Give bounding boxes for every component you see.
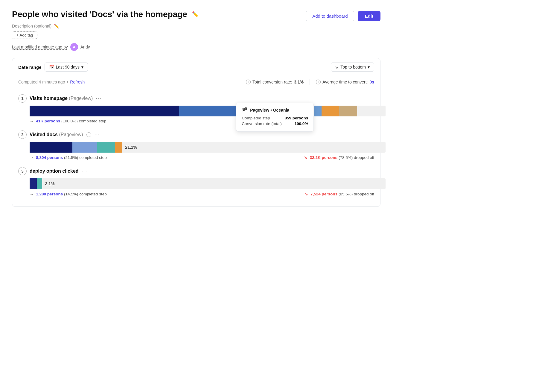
step-2-bar: 21.1%	[30, 142, 386, 153]
step-2-header: 2 Visited docs (Pageview) i ···	[18, 130, 374, 139]
step-3-bar: 3.1%	[30, 178, 386, 189]
tooltip-flag-icon: 🏴	[242, 107, 248, 113]
toolbar: Date range 📅 Last 90 days ▾ ▽ Top to bot…	[12, 58, 380, 76]
bar-3-teal	[37, 178, 42, 189]
arrow-right-icon: →	[30, 119, 34, 123]
calendar-icon: 📅	[49, 65, 54, 69]
tooltip-completed-label: Completed step	[242, 116, 270, 120]
step-2-number: 2	[18, 130, 27, 139]
step-1-menu[interactable]: ···	[96, 96, 101, 101]
description-edit-icon[interactable]: ✏️	[54, 24, 59, 28]
meta-user-name: Andy	[80, 45, 90, 49]
bar-segment-gold	[322, 106, 339, 116]
tooltip-conversion-value: 100.0%	[294, 121, 308, 126]
avg-time-value: 0s	[369, 80, 374, 84]
avg-time-metric: i Average time to convert: 0s	[316, 80, 374, 84]
bar-2-dark	[30, 142, 72, 153]
computed-dot: •	[67, 80, 68, 84]
step-3-persons-link[interactable]: 1,280 persons	[36, 192, 63, 196]
step-2: 2 Visited docs (Pageview) i ··· 21.1% → …	[18, 130, 374, 160]
main-card: Date range 📅 Last 90 days ▾ ▽ Top to bot…	[12, 58, 380, 207]
bar-3-dark	[30, 178, 37, 189]
toolbar-left: Date range 📅 Last 90 days ▾	[18, 63, 88, 72]
arrow-down-icon: ↘	[305, 192, 308, 196]
steps-container: 1 Visits homepage (Pageview) ··· 🏴 Pagev	[12, 88, 380, 206]
step-3: 3 deploy option clicked ··· 3.1% → 1,280…	[18, 167, 374, 196]
description-placeholder: Description (optional)	[12, 24, 51, 28]
vertical-divider	[310, 79, 310, 85]
refresh-link[interactable]: Refresh	[70, 80, 85, 84]
edit-button[interactable]: Edit	[358, 11, 380, 21]
step-3-completed: → 1,280 persons (14.5%) completed step	[30, 192, 107, 196]
step-1-number: 1	[18, 94, 27, 103]
step-1-header: 1 Visits homepage (Pageview) ···	[18, 94, 374, 103]
description-row: Description (optional) ✏️	[12, 24, 380, 28]
step-2-title: Visited docs (Pageview)	[30, 132, 83, 137]
step-3-stats: → 1,280 persons (14.5%) completed step ↘…	[30, 192, 374, 196]
bar-2-gold	[115, 142, 122, 153]
step-1-completed: → 41K persons (100.0%) completed step	[30, 119, 106, 123]
arrow-right-icon: →	[30, 155, 34, 160]
tooltip-card: 🏴 Pageview • Oceania Completed step 859 …	[236, 103, 314, 132]
add-to-dashboard-button[interactable]: Add to dashboard	[306, 11, 354, 21]
date-range-select[interactable]: 📅 Last 90 days ▾	[45, 63, 88, 72]
step-2-dropped-persons: 32.2K persons	[310, 155, 337, 160]
step-3-number: 3	[18, 167, 27, 175]
chevron-down-icon: ▾	[368, 65, 370, 69]
bar-segment-dark	[30, 106, 179, 116]
add-tag-button[interactable]: + Add tag	[12, 31, 37, 39]
meta-modified: Last modified a minute ago by	[12, 45, 68, 49]
step-1-bar: 🏴 Pageview • Oceania Completed step 859 …	[30, 106, 386, 116]
step-3-header: 3 deploy option clicked ···	[18, 167, 374, 175]
step-1-stats: → 41K persons (100.0%) completed step	[30, 119, 374, 123]
step-3-title: deploy option clicked	[30, 168, 79, 174]
title-edit-icon[interactable]: ✏️	[191, 10, 200, 19]
meta-row: Last modified a minute ago by A Andy	[12, 43, 380, 51]
title-group: People who visited 'Docs' via the homepa…	[12, 10, 200, 19]
computed-left: Computed 4 minutes ago • Refresh	[18, 80, 85, 84]
avatar: A	[70, 43, 78, 51]
page-title: People who visited 'Docs' via the homepa…	[12, 10, 187, 19]
tooltip-conversion-label: Conversion rate (total)	[242, 121, 282, 126]
step-2-dropped: ↘ 32.2K persons (78.5%) dropped off	[304, 155, 374, 160]
step-1: 1 Visits homepage (Pageview) ··· 🏴 Pagev	[18, 94, 374, 123]
step-2-pct: 21.1%	[122, 142, 137, 153]
step-2-completed: → 8,804 persons (21.5%) completed step	[30, 155, 107, 160]
date-range-value: Last 90 days	[56, 65, 80, 69]
step-1-title: Visits homepage (Pageview)	[30, 96, 93, 101]
step-1-persons-link[interactable]: 41K persons	[36, 119, 60, 123]
step-2-menu[interactable]: ···	[94, 132, 100, 137]
conversion-rate-label: Total conversion rate:	[252, 80, 292, 84]
tooltip-title: Pageview • Oceania	[250, 108, 289, 113]
arrow-right-icon: →	[30, 192, 34, 196]
tooltip-completed-value: 859 persons	[284, 116, 308, 120]
bar-2-mid	[72, 142, 97, 153]
sort-label: Top to bottom	[340, 65, 366, 69]
date-range-label: Date range	[18, 65, 42, 70]
step-2-persons-link[interactable]: 8,804 persons	[36, 155, 63, 160]
chevron-down-icon: ▾	[81, 65, 83, 69]
step-3-menu[interactable]: ···	[82, 168, 87, 174]
step-3-dropped-persons: 7,524 persons	[310, 192, 337, 196]
tooltip-completed-row: Completed step 859 persons	[242, 116, 308, 120]
conversion-rate-value: 3.1%	[294, 80, 304, 84]
step-2-stats: → 8,804 persons (21.5%) completed step ↘…	[30, 155, 374, 160]
bar-2-teal	[97, 142, 115, 153]
info-icon-avg-time: i	[316, 80, 321, 84]
avg-time-label: Average time to convert:	[322, 80, 368, 84]
tooltip-header: 🏴 Pageview • Oceania	[242, 107, 308, 113]
computed-right: i Total conversion rate: 3.1% i Average …	[246, 79, 374, 85]
step-2-info-icon: i	[86, 132, 91, 137]
step-3-pct: 3.1%	[42, 178, 55, 189]
tooltip-conversion-row: Conversion rate (total) 100.0%	[242, 121, 308, 126]
arrow-down-icon: ↘	[304, 155, 307, 160]
computed-row: Computed 4 minutes ago • Refresh i Total…	[12, 76, 380, 88]
sort-select[interactable]: ▽ Top to bottom ▾	[331, 63, 374, 72]
computed-text: Computed 4 minutes ago	[18, 80, 65, 84]
conversion-rate-metric: i Total conversion rate: 3.1%	[246, 80, 304, 84]
info-icon-conversion: i	[246, 80, 251, 84]
bar-segment-tan	[339, 106, 357, 116]
header-actions: Add to dashboard Edit	[306, 11, 380, 21]
filter-icon: ▽	[335, 65, 339, 69]
page-header: People who visited 'Docs' via the homepa…	[12, 10, 380, 21]
